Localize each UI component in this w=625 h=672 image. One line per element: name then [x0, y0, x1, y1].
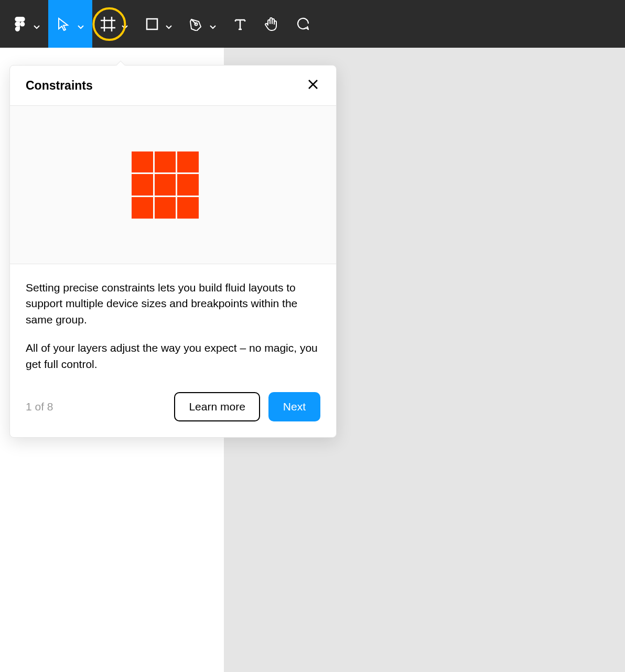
- grid-cell: [132, 174, 153, 196]
- tooltip-illustration: [10, 106, 336, 264]
- footer-buttons: Learn more Next: [174, 392, 320, 421]
- svg-rect-5: [147, 19, 157, 29]
- comment-tool-button[interactable]: [287, 0, 319, 48]
- onboarding-tooltip: Constraints Setting precise constraints: [9, 65, 337, 438]
- pen-tool-button[interactable]: [180, 0, 224, 48]
- chevron-down-icon: [122, 22, 128, 26]
- figma-menu-button[interactable]: [4, 0, 48, 48]
- grid-cell: [132, 151, 153, 173]
- chevron-down-icon: [78, 22, 84, 26]
- close-button[interactable]: [306, 78, 320, 93]
- frame-tool-button[interactable]: [92, 0, 136, 48]
- tooltip-footer: 1 of 8 Learn more Next: [10, 388, 336, 437]
- learn-more-button[interactable]: Learn more: [174, 392, 260, 421]
- main-toolbar: [0, 0, 625, 48]
- tooltip-title: Constraints: [26, 79, 93, 93]
- text-icon: [233, 17, 247, 31]
- tooltip-body: Setting precise constraints lets you bui…: [10, 264, 336, 388]
- figma-logo-icon: [13, 17, 27, 31]
- text-tool-button[interactable]: [224, 0, 256, 48]
- move-tool-button[interactable]: [48, 0, 92, 48]
- constraint-grid-illustration: [132, 151, 199, 219]
- cursor-icon: [57, 17, 71, 31]
- rectangle-icon: [145, 17, 159, 31]
- close-icon: [307, 79, 319, 92]
- grid-cell: [155, 174, 176, 196]
- pen-icon: [189, 17, 203, 31]
- shape-tool-button[interactable]: [136, 0, 180, 48]
- chevron-down-icon: [34, 22, 40, 26]
- grid-cell: [177, 174, 199, 196]
- tooltip-paragraph-2: All of your layers adjust the way you ex…: [26, 340, 320, 372]
- step-indicator: 1 of 8: [26, 400, 53, 413]
- hand-icon: [264, 17, 279, 31]
- chevron-down-icon: [166, 22, 172, 26]
- next-button[interactable]: Next: [268, 392, 320, 421]
- grid-cell: [132, 197, 153, 219]
- chevron-down-icon: [210, 22, 216, 26]
- tooltip-header: Constraints: [10, 66, 336, 106]
- grid-cell: [177, 197, 199, 219]
- grid-cell: [155, 197, 176, 219]
- tooltip-description: Setting precise constraints lets you bui…: [26, 280, 320, 372]
- frame-icon: [101, 17, 115, 31]
- svg-point-0: [20, 21, 25, 26]
- hand-tool-button[interactable]: [256, 0, 287, 48]
- comment-icon: [296, 17, 310, 31]
- grid-cell: [155, 151, 176, 173]
- tooltip-arrow: [115, 60, 125, 66]
- tooltip-paragraph-1: Setting precise constraints lets you bui…: [26, 280, 320, 328]
- grid-cell: [177, 151, 199, 173]
